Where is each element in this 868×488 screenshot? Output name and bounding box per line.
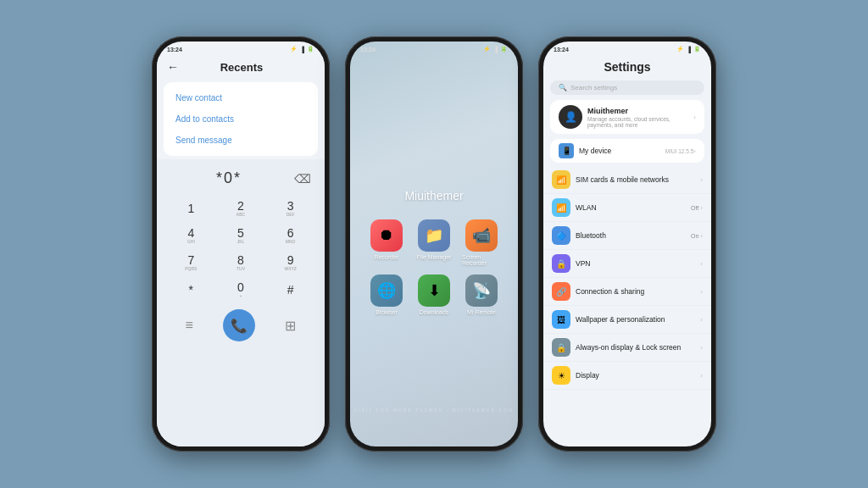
filemanager-label: File Manager [417,254,452,260]
key-5[interactable]: 5JKL [217,223,265,248]
status-bar-1: 13:24 ⚡ ▐ 🔋 [157,42,325,57]
settings-search-bar[interactable]: 🔍 Search settings [550,80,704,95]
my-device-item[interactable]: 📱 My device MIUI 12.5.5 › [550,139,704,163]
recents-title: Recents [186,61,314,74]
wallpaper-icon: 🖼 [552,310,570,329]
settings-title: Settings [543,57,711,79]
app-recorder[interactable]: ⏺ Recorder [367,219,406,266]
miuithemer-text: Miuithemer Manage accounts, cloud servic… [587,107,693,128]
sim-chevron: › [700,176,703,184]
key-6[interactable]: 6MNO [266,223,314,248]
key-3[interactable]: 3DEF [266,196,314,221]
recorder-icon: ⏺ [370,219,403,252]
lockscreen-icon: 🔒 [552,338,570,357]
signal-icon-2: ▐ [493,47,498,53]
wallpaper-title: Wallpaper & personalization [576,315,700,324]
status-icons-2: ⚡ ▐ 🔋 [483,46,508,53]
miuithemer-chevron: › [693,114,696,121]
app-filemanager[interactable]: 📁 File Manager [415,219,453,266]
vpn-chevron: › [700,260,703,268]
screenrecorder-icon: 📹 [465,219,498,252]
home-content: Miuithemer ⏺ Recorder 📁 File Manager 📹 S… [350,57,518,446]
app-grid: ⏺ Recorder 📁 File Manager 📹 Screen Recor… [359,219,509,315]
battery-icon: 🔋 [307,46,314,53]
menu-button[interactable]: ≡ [186,318,193,333]
miuithemer-avatar: 👤 [559,105,582,129]
key-4[interactable]: 4GHI [167,223,215,248]
sim-right: › [700,176,703,184]
connection-title: Connection & sharing [576,287,700,296]
key-9[interactable]: 9WXYZ [266,250,314,275]
send-message-item[interactable]: Send message [164,130,318,151]
app-browser[interactable]: 🌐 Browser [367,274,406,315]
signal-icon: ▐ [300,47,304,53]
keypad: 1 2ABC 3DEF 4GHI 5JKL 6MNO 7PQRS 8TUV 9W… [157,194,325,304]
wlan-text: WLAN [576,203,691,212]
vpn-icon: 🔒 [552,254,570,273]
miremote-label: Mi Remote [467,309,496,315]
dialer-number: *0* [170,169,287,187]
settings-item-connection[interactable]: 🔗 Connection & sharing › [543,278,711,306]
phone-home: 13:24 ⚡ ▐ 🔋 Miuithemer ⏺ Recorder 📁 File… [345,36,523,452]
dialer-display: *0* ⌫ [157,163,325,194]
wlan-title: WLAN [576,203,691,212]
miuithemer-account-item[interactable]: 👤 Miuithemer Manage accounts, cloud serv… [550,100,704,134]
settings-item-sim[interactable]: 📶 SIM cards & mobile networks › [543,166,711,194]
bluetooth-right: On › [691,232,703,240]
miuithemer-name: Miuithemer [587,107,693,115]
app-screenrecorder[interactable]: 📹 Screen Recorder [462,219,501,266]
key-2[interactable]: 2ABC [217,196,265,221]
wlan-value: Off [691,205,698,211]
recents-menu: New contact Add to contacts Send message [164,82,318,156]
lockscreen-right: › [700,344,703,352]
vpn-title: VPN [576,259,700,268]
mydevice-label: My device [579,147,665,155]
browser-icon: 🌐 [370,274,403,307]
add-contact-item[interactable]: Add to contacts [164,108,318,130]
filemanager-icon: 📁 [418,219,450,252]
settings-list: 📶 SIM cards & mobile networks › 📶 WLAN O… [543,166,711,446]
app-miremote[interactable]: 📡 Mi Remote [462,274,501,315]
recents-header: ← Recents [157,57,325,79]
signal-icon-3: ▐ [687,47,691,53]
key-0[interactable]: 0+ [217,277,265,302]
settings-item-wlan[interactable]: 📶 WLAN Off › [543,194,711,222]
settings-item-lockscreen[interactable]: 🔒 Always-on display & Lock screen › [543,334,711,362]
settings-item-bluetooth[interactable]: 🔷 Bluetooth On › [543,222,711,250]
bluetooth-text: Bluetooth [576,231,691,240]
settings-item-wallpaper[interactable]: 🖼 Wallpaper & personalization › [543,306,711,334]
bluetooth-title: Bluetooth [576,231,691,240]
lockscreen-chevron: › [700,344,703,352]
battery-icon-3: 🔋 [693,46,701,53]
backspace-button[interactable]: ⌫ [294,172,311,186]
new-contact-item[interactable]: New contact [164,87,318,108]
settings-item-display[interactable]: ☀ Display › [543,362,711,390]
bt-icon-2: ⚡ [483,46,491,53]
status-icons-1: ⚡ ▐ 🔋 [290,46,314,53]
key-8[interactable]: 8TUV [217,250,265,275]
phone-recents: 13:24 ⚡ ▐ 🔋 ← Recents New contact Add to… [152,36,330,452]
sim-icon: 📶 [552,170,570,189]
display-icon: ☀ [552,366,570,385]
keypad-toggle-button[interactable]: ⊞ [285,318,296,334]
mydevice-icon: 📱 [559,143,574,158]
connection-text: Connection & sharing [576,287,700,296]
app-downloads[interactable]: ⬇ Downloads [415,274,453,315]
dialer-area: *0* ⌫ 1 2ABC 3DEF 4GHI 5JKL 6MNO 7PQRS 8… [157,159,325,446]
key-7[interactable]: 7PQRS [167,250,215,275]
battery-icon-2: 🔋 [500,46,508,53]
display-title: Display [576,371,700,380]
status-icons-3: ⚡ ▐ 🔋 [676,46,701,53]
key-1[interactable]: 1 [167,196,215,221]
display-right: › [700,372,703,380]
wallpaper-right: › [700,316,703,324]
time-2: 13:24 [360,47,376,53]
back-button[interactable]: ← [167,60,179,74]
call-button[interactable]: 📞 [223,309,255,341]
lockscreen-text: Always-on display & Lock screen [576,343,700,352]
search-placeholder: Search settings [570,84,617,92]
settings-item-vpn[interactable]: 🔒 VPN › [543,250,711,278]
status-bar-3: 13:24 ⚡ ▐ 🔋 [543,42,711,57]
key-star[interactable]: * [167,277,215,302]
key-hash[interactable]: # [266,277,314,302]
